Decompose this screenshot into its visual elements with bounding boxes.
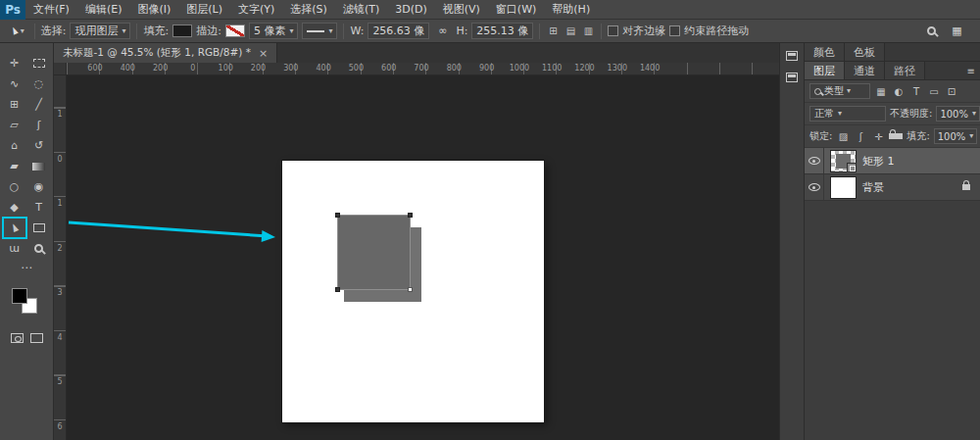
select-mode-dropdown[interactable]: 现用图层 ▾	[70, 23, 130, 39]
lock-transparency-icon[interactable]: ▨	[836, 129, 850, 143]
panel-tab-图层[interactable]: 图层	[805, 62, 845, 79]
tool-preset-button[interactable]: ► ▾	[6, 22, 28, 41]
eraser-tool[interactable]: ▰	[4, 157, 25, 175]
filter-magnifier-icon	[814, 88, 821, 95]
menu-item[interactable]: 视图(V)	[435, 0, 488, 20]
select-mode-value: 现用图层	[74, 24, 118, 38]
menu-item[interactable]: 编辑(E)	[77, 0, 130, 20]
filter-smart-objects-icon[interactable]: ⊡	[945, 84, 958, 98]
constrain-path-checkbox[interactable]	[669, 25, 680, 36]
anchor-handle[interactable]	[408, 213, 413, 218]
layer-row[interactable]: 背景	[805, 174, 980, 201]
screen-mode-icon[interactable]	[30, 333, 43, 343]
filter-pixel-layers-icon[interactable]: ▦	[874, 84, 888, 98]
stroke-color-swatch[interactable]	[225, 24, 245, 37]
panel-tab-通道[interactable]: 通道	[845, 62, 885, 79]
filter-shape-layers-icon[interactable]: ▭	[927, 84, 941, 98]
align-edges-checkbox[interactable]	[608, 25, 618, 36]
collapsed-panel-icon[interactable]	[786, 51, 798, 61]
rectangle-tool[interactable]	[28, 219, 50, 237]
blend-mode-dropdown[interactable]: 正常 ▾	[809, 106, 886, 122]
fill-opacity-input[interactable]: 100% ▾	[934, 128, 978, 144]
lock-image-icon[interactable]: ʃ	[854, 129, 867, 143]
rectangle-tool-icon	[33, 223, 45, 232]
panel-tab-路径[interactable]: 路径	[885, 62, 925, 79]
layer-filter-row: 类型 ▾ ▦◐T▭⊡	[805, 80, 980, 103]
fill-color-swatch[interactable]	[172, 24, 192, 37]
workspace-switcher-icon[interactable]: ▦	[948, 23, 966, 39]
menu-item[interactable]: 文件(F)	[25, 0, 77, 20]
crop-tool[interactable]: ⊞	[4, 95, 25, 114]
menu-item[interactable]: 滤镜(T)	[335, 0, 387, 20]
path-selection-tool[interactable]: ►	[4, 219, 25, 237]
document-canvas[interactable]	[282, 161, 544, 422]
pen-tool[interactable]: ◆	[4, 198, 25, 217]
dodge-tool[interactable]: ◉	[28, 177, 50, 196]
path-arrangement-icon[interactable]: ▥	[581, 24, 595, 38]
anchor-handle[interactable]	[408, 287, 413, 292]
layer-row[interactable]: 矩形 1	[805, 148, 980, 174]
visibility-toggle[interactable]	[805, 174, 824, 200]
filter-type-layers-icon[interactable]: T	[909, 84, 923, 98]
ruler-label: 300	[283, 64, 298, 73]
type-tool[interactable]: T	[28, 198, 50, 217]
ruler-label: 600	[87, 64, 102, 73]
history-brush-tool[interactable]: ↺	[28, 136, 50, 155]
close-icon[interactable]: ×	[259, 47, 268, 60]
collapsed-panel-icon[interactable]	[786, 73, 798, 82]
eyedropper-tool[interactable]: ╱	[28, 95, 50, 114]
edit-toolbar-dots-icon[interactable]: ⋯	[21, 261, 32, 276]
rectangular-marquee-tool[interactable]	[28, 54, 50, 73]
path-operations-icon[interactable]: ⊞	[546, 24, 560, 38]
blur-tool-icon: ○	[10, 181, 20, 192]
stroke-type-dropdown[interactable]: ▾	[302, 23, 337, 39]
clone-stamp-tool[interactable]: ⌂	[4, 136, 25, 155]
menu-item[interactable]: 3D(D)	[387, 0, 435, 20]
document-tab[interactable]: 未标题-1 @ 45.5% (矩形 1, RGB/8#) * ×	[54, 43, 277, 63]
menu-item[interactable]: 帮助(H)	[544, 0, 598, 20]
color-swatches	[12, 288, 41, 318]
filter-adjustment-layers-icon[interactable]: ◐	[892, 84, 906, 98]
foreground-color-swatch[interactable]	[12, 288, 27, 304]
tools-grid: ✛∿◌⊞╱▱ʃ⌂↺▰○◉◆T►ɯ	[2, 53, 51, 259]
move-tool[interactable]: ✛	[4, 54, 25, 73]
menu-item[interactable]: 窗口(W)	[488, 0, 544, 20]
path-alignment-icon[interactable]: ▤	[564, 24, 577, 38]
zoom-tool[interactable]	[28, 239, 50, 258]
opacity-input[interactable]: 100% ▾	[936, 106, 980, 122]
layer-thumbnail[interactable]	[830, 176, 857, 199]
quick-selection-tool[interactable]: ◌	[28, 74, 50, 93]
brush-tool-icon: ʃ	[37, 120, 41, 130]
menu-item[interactable]: 文字(Y)	[230, 0, 282, 20]
menu-item[interactable]: 选择(S)	[282, 0, 335, 20]
panel-menu-icon[interactable]: ≡	[962, 62, 980, 79]
lasso-tool[interactable]: ∿	[4, 74, 25, 93]
layer-thumbnail[interactable]	[830, 150, 857, 172]
canvas-rectangle-selected[interactable]	[337, 215, 411, 290]
menu-item[interactable]: 图层(L)	[178, 0, 230, 20]
fill-opacity-value: 100%	[938, 131, 966, 142]
visibility-toggle[interactable]	[805, 148, 824, 173]
search-icon[interactable]	[927, 26, 936, 35]
width-input[interactable]: 256.63 像	[368, 23, 429, 39]
stroke-width-dropdown[interactable]: 5 像素 ▾	[249, 23, 299, 39]
eye-icon	[808, 183, 820, 191]
lock-label: 锁定:	[809, 129, 832, 143]
blur-tool[interactable]: ○	[4, 177, 25, 196]
anchor-handle[interactable]	[335, 287, 340, 292]
brush-tool[interactable]: ʃ	[28, 116, 50, 134]
healing-brush-tool[interactable]: ▱	[4, 116, 25, 134]
gradient-tool[interactable]	[28, 157, 50, 175]
ruler-label: 200	[153, 64, 168, 73]
hand-tool[interactable]: ɯ	[4, 239, 25, 258]
quick-mask-mode-icon[interactable]	[11, 333, 24, 343]
height-input[interactable]: 255.13 像	[471, 23, 533, 39]
lock-all-icon[interactable]	[889, 133, 903, 139]
anchor-handle[interactable]	[335, 213, 340, 218]
link-dimensions-icon[interactable]: ∞	[433, 23, 452, 39]
lock-position-icon[interactable]: ✛	[871, 129, 885, 143]
panel-tab-色板[interactable]: 色板	[845, 43, 885, 61]
panel-tab-颜色[interactable]: 颜色	[805, 43, 845, 61]
menu-item[interactable]: 图像(I)	[129, 0, 178, 20]
layer-filter-dropdown[interactable]: 类型 ▾	[809, 83, 870, 99]
